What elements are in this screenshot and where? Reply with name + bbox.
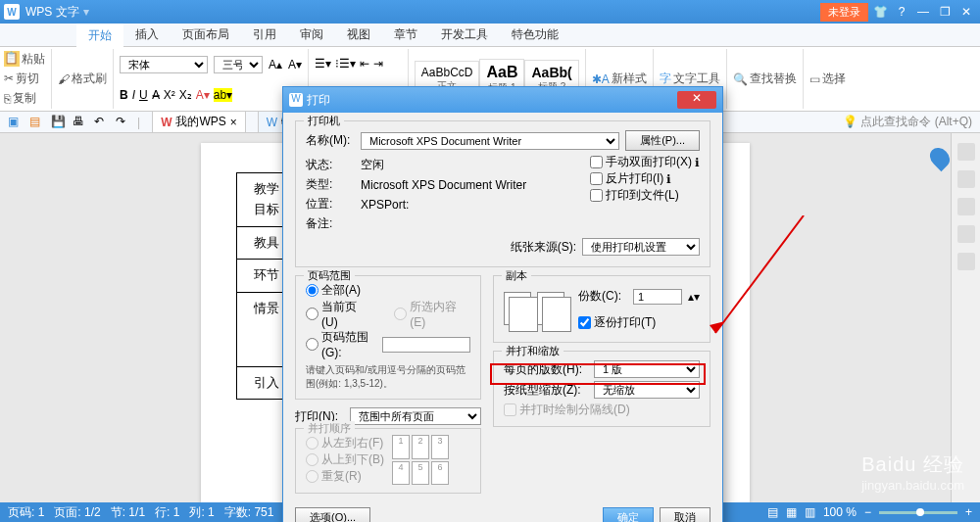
zoom-group: 并打和缩放 每页的版数(H): 1 版 按纸型缩放(Z): 无缩放 并打时绘制分… — [493, 351, 710, 427]
side-panel — [951, 133, 980, 502]
home-tab[interactable]: W我的WPS× — [152, 111, 246, 133]
view-print-icon[interactable]: ▤ — [767, 505, 778, 519]
number-list-icon[interactable]: ⁝☰▾ — [335, 57, 356, 71]
copies-icon — [504, 292, 531, 325]
tab-dev[interactable]: 开发工具 — [429, 23, 500, 47]
bullet-list-icon[interactable]: ☰▾ — [315, 57, 331, 71]
tab-insert[interactable]: 插入 — [123, 23, 171, 47]
collate-check[interactable] — [578, 316, 591, 329]
zoom-in-icon[interactable]: + — [965, 505, 972, 519]
sb-pages: 页面: 1/2 — [54, 504, 100, 521]
super-button[interactable]: X² — [164, 88, 175, 102]
tab-layout[interactable]: 页面布局 — [171, 23, 241, 47]
pages-radio[interactable] — [306, 338, 318, 351]
strike-button[interactable]: A̶ — [152, 88, 160, 102]
bold-button[interactable]: B — [120, 88, 128, 102]
printer-select[interactable]: Microsoft XPS Document Writer — [361, 132, 619, 150]
close-icon[interactable]: ✕ — [956, 5, 976, 19]
repeat-radio — [306, 470, 318, 483]
sb-zoom: 100 % — [823, 505, 857, 519]
where-value: XPSPort: — [361, 198, 409, 212]
sp-icon-4[interactable] — [957, 225, 975, 243]
qat-save-icon[interactable]: 💾 — [51, 115, 67, 130]
help-icon[interactable]: ? — [892, 5, 911, 19]
copies-group: 副本 份数(C):▴▾ 逐份打印(T) — [493, 275, 710, 343]
indent-left-icon[interactable]: ⇤ — [360, 57, 369, 71]
underline-button[interactable]: U — [139, 88, 148, 102]
dialog-close-button[interactable]: ✕ — [677, 91, 716, 109]
paste-button[interactable]: 📋粘贴 — [4, 51, 45, 68]
format-painter-button[interactable]: 🖌格式刷 — [58, 71, 107, 87]
type-value: Microsoft XPS Document Writer — [361, 178, 526, 192]
copies-icon-2 — [537, 292, 564, 325]
shrink-font-icon[interactable]: A▾ — [288, 58, 302, 71]
ltr-radio — [306, 437, 318, 450]
sp-icon-5[interactable] — [957, 253, 975, 270]
min-icon[interactable]: — — [913, 5, 933, 19]
help-hint[interactable]: 💡 点此查找命令 (Alt+Q) — [843, 114, 972, 130]
sb-sec: 节: 1/1 — [111, 504, 145, 521]
find-replace-button[interactable]: 🔍查找替换 — [733, 71, 797, 87]
highlight-button[interactable]: ab▾ — [214, 88, 232, 102]
sub-button[interactable]: X₂ — [179, 88, 192, 102]
zoom-out-icon[interactable]: − — [864, 505, 871, 519]
indent-right-icon[interactable]: ⇥ — [373, 57, 383, 71]
per-sheet-select[interactable]: 1 版 — [594, 360, 700, 378]
qat-print-icon[interactable]: 🖶 — [73, 115, 88, 130]
tab-start[interactable]: 开始 — [76, 22, 123, 48]
reverse-check[interactable] — [590, 172, 603, 185]
cut-button[interactable]: ✂剪切 — [4, 71, 45, 87]
drawlines-check — [504, 403, 516, 416]
tab-section[interactable]: 章节 — [382, 23, 429, 47]
app-logo: W — [4, 4, 20, 20]
tab-special[interactable]: 特色功能 — [500, 23, 570, 47]
select-button[interactable]: ▭选择 — [809, 71, 846, 87]
sb-col: 列: 1 — [189, 504, 214, 521]
qat-redo-icon[interactable]: ↷ — [116, 115, 131, 130]
pages-input[interactable] — [382, 337, 470, 353]
copy-button[interactable]: ⎘复制 — [4, 90, 45, 107]
size-select[interactable]: 三号 — [214, 56, 263, 73]
tab-review[interactable]: 审阅 — [288, 23, 335, 47]
range-hint: 请键入页码和/或用逗号分隔的页码范围(例如: 1,3,5-12)。 — [306, 363, 470, 391]
sp-icon-3[interactable] — [957, 198, 975, 215]
properties-button[interactable]: 属性(P)... — [625, 130, 700, 151]
duplex-check[interactable] — [590, 156, 603, 168]
grow-font-icon[interactable]: A▴ — [269, 58, 282, 71]
tofile-check[interactable] — [590, 189, 603, 202]
dropdown-icon[interactable]: ▾ — [83, 5, 89, 19]
menubar: 开始 插入 页面布局 引用 审阅 视图 章节 开发工具 特色功能 — [0, 24, 980, 47]
qat-open-icon[interactable]: ▤ — [29, 115, 45, 130]
print-dialog: W 打印 ✕ 打印机 名称(M): Microsoft XPS Document… — [282, 86, 723, 522]
sp-icon-2[interactable] — [957, 170, 975, 188]
print-what-select[interactable]: 范围中所有页面 — [350, 407, 481, 425]
font-select[interactable]: 宋体 — [120, 56, 208, 73]
ok-button[interactable]: 确定 — [603, 507, 654, 522]
text-tool-button[interactable]: 字文字工具 — [660, 71, 720, 87]
tab-view[interactable]: 视图 — [335, 23, 382, 47]
all-radio[interactable] — [306, 284, 318, 297]
scale-select[interactable]: 无缩放 — [594, 381, 700, 399]
options-button[interactable]: 选项(O)... — [295, 507, 370, 522]
sp-icon-1[interactable] — [957, 143, 975, 161]
max-icon[interactable]: ❐ — [935, 5, 955, 19]
new-style-button[interactable]: ✱A新样式 — [592, 71, 647, 87]
qat-new-icon[interactable]: ▣ — [8, 115, 24, 130]
skin-icon[interactable]: 👕 — [870, 5, 890, 19]
zoom-slider[interactable] — [879, 511, 957, 514]
dialog-titlebar: W 打印 ✕ — [283, 87, 722, 113]
italic-button[interactable]: I — [132, 88, 135, 102]
font-color-button[interactable]: A▾ — [196, 88, 210, 102]
order-group: 并打顺序 从左到右(F) 从上到下(B) 重复(R) 123456 — [295, 428, 481, 494]
view-outline-icon[interactable]: ▥ — [805, 505, 815, 519]
current-radio[interactable] — [306, 308, 318, 320]
cancel-button[interactable]: 取消 — [660, 507, 710, 522]
copies-input[interactable] — [633, 289, 682, 305]
qat-undo-icon[interactable]: ↶ — [94, 115, 110, 130]
tab-ref[interactable]: 引用 — [241, 23, 288, 47]
source-select[interactable]: 使用打印机设置 — [582, 238, 700, 256]
ttb-radio — [306, 453, 318, 466]
login-button[interactable]: 未登录 — [820, 3, 868, 22]
spinner-icon[interactable]: ▴▾ — [688, 290, 700, 304]
view-web-icon[interactable]: ▦ — [786, 505, 797, 519]
